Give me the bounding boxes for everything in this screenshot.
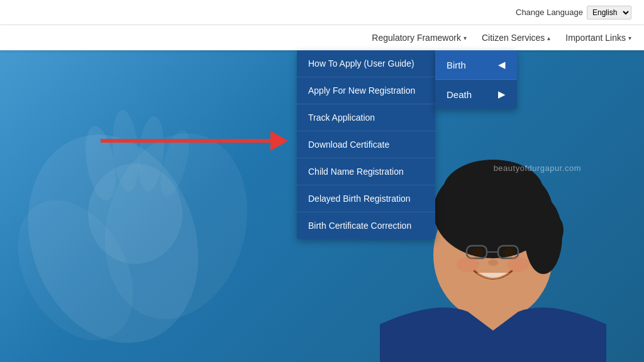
chevron-down-icon: ▾ bbox=[464, 35, 467, 41]
language-selector-area: Change Language English Bengali Hindi bbox=[516, 6, 631, 19]
menu-item-how-to-apply[interactable]: How To Apply (User Guide) bbox=[297, 50, 435, 77]
arrow-line bbox=[101, 139, 270, 143]
menu-item-track-application[interactable]: Track Application bbox=[297, 104, 435, 131]
submenu-item-death[interactable]: Death ▶ bbox=[435, 80, 517, 109]
arrow-head bbox=[270, 131, 288, 151]
citizen-services-dropdown: How To Apply (User Guide) Apply For New … bbox=[297, 50, 435, 239]
svg-point-20 bbox=[488, 260, 498, 266]
red-arrow bbox=[101, 131, 288, 151]
menu-item-child-name-registration[interactable]: Child Name Registration bbox=[297, 158, 435, 185]
chevron-right-icon: ▶ bbox=[498, 89, 506, 100]
chevron-up-icon: ▴ bbox=[547, 35, 550, 41]
nav-regulatory-framework[interactable]: Regulatory Framework ▾ bbox=[372, 33, 467, 43]
menu-item-delayed-birth-registration[interactable]: Delayed Birth Registration bbox=[297, 185, 435, 212]
svg-point-15 bbox=[471, 248, 484, 256]
svg-point-21 bbox=[457, 257, 479, 272]
chevron-down-icon-2: ▾ bbox=[628, 35, 631, 41]
watermark: beautyofdurgapur.com bbox=[494, 163, 581, 173]
change-language-label: Change Language bbox=[516, 8, 583, 17]
chevron-left-icon: ◀ bbox=[498, 59, 506, 70]
svg-point-16 bbox=[502, 248, 515, 256]
menu-item-apply-new-registration[interactable]: Apply For New Registration bbox=[297, 77, 435, 104]
submenu-item-birth[interactable]: Birth ◀ bbox=[435, 50, 517, 80]
svg-point-22 bbox=[507, 257, 530, 272]
birth-death-submenu: Birth ◀ Death ▶ bbox=[435, 50, 517, 109]
svg-point-14 bbox=[536, 212, 564, 248]
nav-citizen-services[interactable]: Citizen Services ▴ bbox=[482, 33, 550, 43]
svg-point-7 bbox=[88, 163, 182, 264]
hands-background bbox=[0, 50, 314, 362]
nav-bar: Regulatory Framework ▾ Citizen Services … bbox=[0, 25, 644, 50]
language-select[interactable]: English Bengali Hindi bbox=[587, 6, 631, 19]
menu-item-download-certificate[interactable]: Download Certificate bbox=[297, 131, 435, 158]
menu-item-birth-certificate-correction[interactable]: Birth Certificate Correction bbox=[297, 212, 435, 239]
nav-important-links[interactable]: Important Links ▾ bbox=[565, 33, 631, 43]
top-bar: Change Language English Bengali Hindi bbox=[0, 0, 644, 25]
